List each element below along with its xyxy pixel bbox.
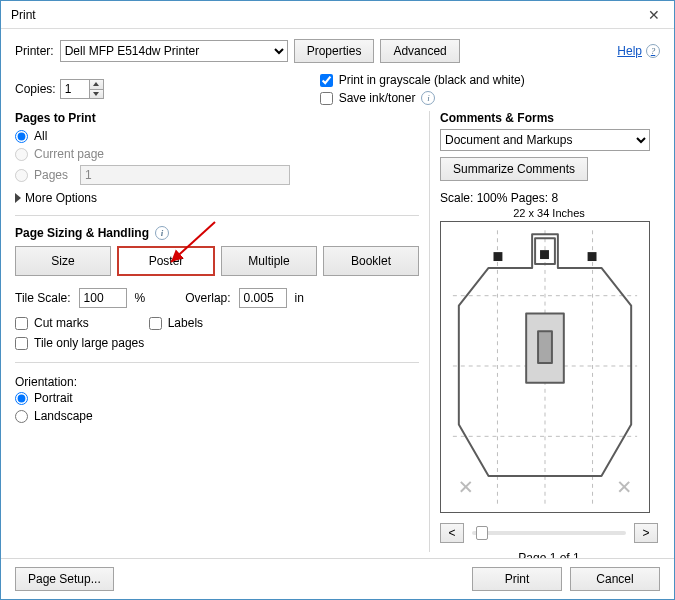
orientation-title: Orientation: <box>15 375 419 389</box>
sizing-title: Page Sizing & Handling <box>15 226 149 240</box>
seg-poster[interactable]: Poster <box>117 246 215 276</box>
help-link-label: Help <box>617 44 642 58</box>
preview-slider[interactable] <box>472 531 626 535</box>
radio-all[interactable]: All <box>15 129 419 143</box>
radio-portrait[interactable]: Portrait <box>15 391 419 405</box>
right-column: Comments & Forms Document and Markups Su… <box>429 111 660 552</box>
copies-input[interactable] <box>61 80 89 98</box>
printer-select[interactable]: Dell MFP E514dw Printer <box>60 40 288 62</box>
titlebar: Print ✕ <box>1 1 674 29</box>
pages-to-print-title: Pages to Print <box>15 111 419 125</box>
seg-multiple[interactable]: Multiple <box>221 246 317 276</box>
window-title: Print <box>11 8 36 22</box>
comments-forms-select[interactable]: Document and Markups <box>440 129 650 151</box>
save-ink-checkbox[interactable]: Save ink/toner i <box>320 91 525 105</box>
radio-pages[interactable]: Pages <box>15 165 419 185</box>
cancel-button[interactable]: Cancel <box>570 567 660 591</box>
svg-rect-9 <box>538 331 552 363</box>
cutmarks-checkbox[interactable]: Cut marks <box>15 316 89 330</box>
seg-booklet[interactable]: Booklet <box>323 246 419 276</box>
comments-forms-title: Comments & Forms <box>440 111 658 125</box>
copies-row: Copies: Print in grayscale (black and wh… <box>15 73 660 105</box>
seg-size[interactable]: Size <box>15 246 111 276</box>
slider-thumb[interactable] <box>476 526 488 540</box>
prev-page-button[interactable]: < <box>440 523 464 543</box>
chevron-right-icon <box>15 193 21 203</box>
pages-to-print-section: Pages to Print All Current page Pages <box>15 111 419 216</box>
info-icon[interactable]: i <box>155 226 169 240</box>
grayscale-input[interactable] <box>320 74 333 87</box>
overlap-input[interactable] <box>239 288 287 308</box>
print-preview <box>440 221 650 513</box>
info-icon[interactable]: i <box>421 91 435 105</box>
more-options-toggle[interactable]: More Options <box>15 191 419 205</box>
advanced-button[interactable]: Advanced <box>380 39 459 63</box>
properties-button[interactable]: Properties <box>294 39 375 63</box>
tile-large-checkbox[interactable]: Tile only large pages <box>15 336 419 350</box>
orientation-section: Orientation: Portrait Landscape <box>15 375 419 423</box>
tile-scale-input[interactable] <box>79 288 127 308</box>
copies-stepper[interactable] <box>60 79 104 99</box>
svg-rect-12 <box>540 250 549 259</box>
print-button[interactable]: Print <box>472 567 562 591</box>
grayscale-label: Print in grayscale (black and white) <box>339 73 525 87</box>
print-dialog: Print ✕ Printer: Dell MFP E514dw Printer… <box>0 0 675 600</box>
next-page-button[interactable]: > <box>634 523 658 543</box>
copies-down[interactable] <box>89 89 103 98</box>
overlap-label: Overlap: <box>185 291 230 305</box>
radio-landscape[interactable]: Landscape <box>15 409 419 423</box>
help-link[interactable]: Help ? <box>617 44 660 58</box>
labels-checkbox[interactable]: Labels <box>149 316 203 330</box>
close-icon[interactable]: ✕ <box>642 5 666 25</box>
dialog-footer: Page Setup... Print Cancel <box>1 558 674 599</box>
svg-rect-11 <box>588 252 597 261</box>
grayscale-checkbox[interactable]: Print in grayscale (black and white) <box>320 73 525 87</box>
sizing-section: Page Sizing & Handling i Size Poster Mul… <box>15 226 419 363</box>
printer-label: Printer: <box>15 44 54 58</box>
preview-dimensions: 22 x 34 Inches <box>440 207 658 219</box>
tile-scale-label: Tile Scale: <box>15 291 71 305</box>
save-ink-label: Save ink/toner <box>339 91 416 105</box>
radio-current-page[interactable]: Current page <box>15 147 419 161</box>
help-icon: ? <box>646 44 660 58</box>
content-area: Printer: Dell MFP E514dw Printer Propert… <box>1 29 674 558</box>
printer-row: Printer: Dell MFP E514dw Printer Propert… <box>15 39 660 63</box>
summarize-comments-button[interactable]: Summarize Comments <box>440 157 588 181</box>
preview-nav: < > <box>440 523 658 543</box>
scale-pages-label: Scale: 100% Pages: 8 <box>440 191 658 205</box>
copies-up[interactable] <box>89 80 103 89</box>
copies-label: Copies: <box>15 82 56 96</box>
pages-range-input <box>80 165 290 185</box>
page-indicator: Page 1 of 1 <box>440 551 658 558</box>
svg-rect-10 <box>493 252 502 261</box>
save-ink-input[interactable] <box>320 92 333 105</box>
page-setup-button[interactable]: Page Setup... <box>15 567 114 591</box>
